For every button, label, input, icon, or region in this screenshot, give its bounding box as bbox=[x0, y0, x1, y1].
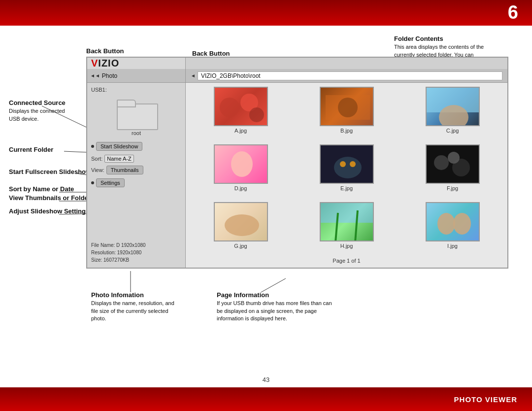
svg-point-30 bbox=[225, 214, 259, 236]
start-slideshow-button[interactable]: Start Slideshow bbox=[96, 142, 142, 151]
right-photo-content: A.jpgB.jpgC.jpgD.jpgE.jpgF.jpgG.jpgH.jpg… bbox=[186, 83, 507, 268]
svg-point-12 bbox=[220, 98, 239, 117]
page-number: 43 bbox=[263, 376, 269, 383]
svg-point-36 bbox=[437, 213, 455, 235]
photo-label: C.jpg bbox=[446, 128, 459, 134]
view-row: View: Thumbnails bbox=[91, 166, 181, 174]
panel-logo-area: VIZIO bbox=[87, 58, 186, 69]
nav-path: VIZIO_2GB\Photo\root bbox=[198, 71, 502, 80]
vizio-photo-viewer-panel: VIZIO ◄◄ Photo ◄ VIZIO_2GB\Photo\root US… bbox=[86, 57, 508, 269]
photo-label: B.jpg bbox=[340, 128, 353, 134]
page-chapter-number: 6 bbox=[508, 2, 518, 23]
photo-thumbnail[interactable] bbox=[426, 87, 480, 126]
photo-item[interactable]: F.jpg bbox=[401, 144, 503, 198]
page-info-text: Page 1 of 1 bbox=[190, 258, 503, 264]
svg-point-20 bbox=[231, 151, 253, 177]
photo-item[interactable]: I.jpg bbox=[401, 202, 503, 256]
photo-item[interactable]: B.jpg bbox=[296, 87, 398, 140]
photo-label: G.jpg bbox=[234, 243, 247, 249]
folder-icon[interactable] bbox=[117, 99, 156, 128]
panel-body: USB1: root Start Slideshow Sort: Name A-… bbox=[87, 83, 507, 268]
photo-grid: A.jpgB.jpgC.jpgD.jpgE.jpgF.jpgG.jpgH.jpg… bbox=[190, 87, 503, 256]
photo-thumbnail[interactable] bbox=[426, 202, 480, 241]
svg-point-14 bbox=[249, 107, 264, 122]
svg-line-11 bbox=[261, 278, 286, 292]
left-sidebar: USB1: root Start Slideshow Sort: Name A-… bbox=[87, 83, 186, 268]
svg-point-23 bbox=[340, 161, 346, 167]
sort-select[interactable]: Name A-Z bbox=[104, 155, 134, 163]
folder-name: root bbox=[132, 130, 141, 136]
svg-rect-32 bbox=[321, 223, 374, 241]
photo-thumbnail[interactable] bbox=[320, 87, 374, 126]
callout-sort-by-name: Sort by Name or Date bbox=[9, 185, 74, 194]
callout-photo-info: Photo Infomation Displays the name, reso… bbox=[91, 291, 180, 322]
photo-thumbnail[interactable] bbox=[214, 87, 268, 126]
sort-label: Sort: bbox=[91, 156, 102, 162]
nav-back-arrows-left[interactable]: ◄◄ bbox=[90, 73, 100, 78]
photo-label: D.jpg bbox=[234, 185, 247, 191]
photo-label: F.jpg bbox=[447, 185, 458, 191]
file-info: File Name: D 1920x1080 Resolution: 1920x… bbox=[91, 241, 181, 264]
photo-label: E.jpg bbox=[340, 185, 353, 191]
photo-item[interactable]: D.jpg bbox=[190, 144, 292, 198]
photo-thumbnail[interactable] bbox=[214, 202, 268, 241]
nav-left: ◄◄ Photo bbox=[87, 69, 186, 82]
svg-point-16 bbox=[338, 98, 358, 117]
file-name: File Name: D 1920x1080 bbox=[91, 241, 181, 249]
folder-icon-area: root bbox=[91, 99, 181, 136]
view-thumbnails-button[interactable]: Thumbnails bbox=[106, 166, 143, 174]
svg-point-24 bbox=[350, 161, 356, 167]
photo-thumbnail[interactable] bbox=[320, 144, 374, 184]
photo-label: I.jpg bbox=[447, 243, 458, 249]
panel-nav-row: ◄◄ Photo ◄ VIZIO_2GB\Photo\root bbox=[87, 69, 507, 83]
callout-adjust-slideshow: Adjust Slideshow Settings bbox=[9, 207, 89, 216]
nav-photo-label: Photo bbox=[102, 72, 117, 79]
photo-item[interactable]: G.jpg bbox=[190, 202, 292, 256]
view-label: View: bbox=[91, 167, 104, 173]
photo-item[interactable]: A.jpg bbox=[190, 87, 292, 140]
svg-point-28 bbox=[448, 152, 460, 164]
svg-rect-31 bbox=[321, 203, 374, 223]
callout-connected-source: Connected Source Displays the connected … bbox=[9, 99, 68, 123]
slideshow-dot bbox=[91, 145, 94, 148]
photo-thumbnail[interactable] bbox=[426, 144, 480, 184]
photo-label: H.jpg bbox=[340, 243, 353, 249]
callout-start-fullscreen: Start Fullscreen Slideshow bbox=[9, 168, 91, 176]
nav-right: ◄ VIZIO_2GB\Photo\root bbox=[186, 69, 507, 82]
vizio-logo: VIZIO bbox=[91, 58, 119, 69]
nav-back-arrow-right[interactable]: ◄ bbox=[191, 73, 196, 78]
svg-point-37 bbox=[453, 213, 471, 235]
photo-item[interactable]: C.jpg bbox=[401, 87, 503, 140]
settings-button[interactable]: Settings bbox=[96, 178, 125, 187]
file-resolution: Resolution: 1920x1080 bbox=[91, 249, 181, 256]
svg-point-22 bbox=[334, 157, 362, 178]
section-label: PHOTO VIEWER bbox=[454, 395, 517, 404]
bottom-bar: PHOTO VIEWER bbox=[0, 387, 532, 411]
photo-item[interactable]: H.jpg bbox=[296, 202, 398, 256]
photo-item[interactable]: E.jpg bbox=[296, 144, 398, 198]
callout-page-info: Page Information If your USB thumb drive… bbox=[217, 291, 335, 322]
settings-button-row: Settings bbox=[91, 178, 181, 187]
callout-current-folder-left: Current Folder bbox=[9, 145, 53, 154]
usb-label: USB1: bbox=[91, 87, 181, 93]
callout-view-thumbnails: View Thumbnails or Folders bbox=[9, 194, 94, 203]
slideshow-button-row: Start Slideshow bbox=[91, 142, 181, 151]
settings-dot bbox=[91, 181, 94, 184]
photo-label: A.jpg bbox=[234, 128, 247, 134]
svg-point-26 bbox=[434, 155, 449, 170]
sort-row: Sort: Name A-Z bbox=[91, 155, 181, 163]
photo-thumbnail[interactable] bbox=[214, 144, 268, 184]
file-size: Size: 1607270KB bbox=[91, 256, 181, 264]
photo-thumbnail[interactable] bbox=[320, 202, 374, 241]
top-bar: 6 bbox=[0, 0, 532, 26]
